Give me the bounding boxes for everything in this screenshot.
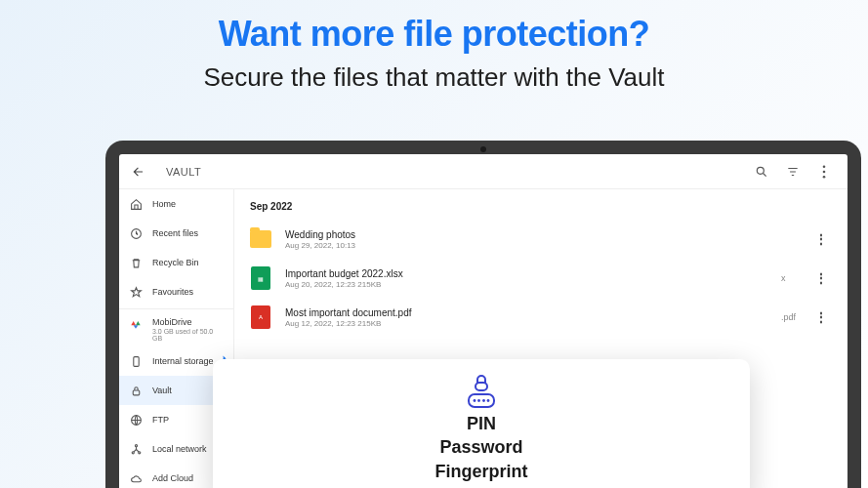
popup-line-password: Password — [232, 435, 730, 459]
file-meta: Aug 12, 2022, 12:23 215KB — [285, 319, 762, 328]
row-menu-button[interactable]: ⋮ — [810, 309, 832, 325]
svg-point-3 — [823, 175, 826, 178]
xls-icon: ▦ — [250, 265, 271, 291]
file-name: Wedding photos — [285, 229, 762, 240]
pdf-icon: A — [250, 305, 271, 330]
lock-icon — [129, 384, 143, 397]
svg-point-17 — [477, 399, 480, 402]
sidebar-item-label: FTP — [152, 415, 169, 425]
network-icon — [129, 442, 143, 456]
star-icon — [129, 285, 143, 299]
sort-button[interactable] — [781, 160, 805, 183]
svg-rect-14 — [475, 383, 487, 390]
svg-point-19 — [487, 399, 490, 402]
popup-line-fingerprint: Fingerprint — [232, 460, 730, 483]
trash-icon — [129, 256, 143, 269]
svg-point-1 — [823, 165, 826, 168]
more-vert-icon — [822, 165, 826, 179]
sidebar-item-label: Vault — [152, 386, 172, 395]
list-item[interactable]: A Most important document.pdf Aug 12, 20… — [250, 300, 832, 335]
phone-icon — [129, 354, 143, 368]
sidebar-item-recent[interactable]: Recent files — [119, 219, 233, 248]
sidebar-item-label: Recycle Bin — [152, 258, 199, 267]
row-menu-button[interactable]: ⋮ — [810, 270, 832, 286]
search-button[interactable] — [750, 160, 773, 183]
file-meta: Aug 20, 2022, 12:23 215KB — [285, 280, 762, 289]
cloud-icon — [129, 317, 143, 331]
folder-icon — [250, 226, 271, 252]
cloud-plus-icon — [129, 471, 143, 485]
sidebar-item-label: Recent files — [152, 228, 198, 238]
divider — [119, 308, 233, 309]
hero-title: Want more file protection? — [0, 14, 868, 55]
sidebar-item-label: Add Cloud — [152, 473, 193, 483]
camera-dot — [480, 146, 486, 152]
svg-point-18 — [482, 399, 485, 402]
lock-password-icon — [232, 373, 730, 410]
sidebar-item-mobidrive[interactable]: MobiDrive 3.0 GB used of 50.0 GB — [119, 311, 233, 346]
sidebar-item-home[interactable]: Home — [119, 189, 233, 219]
svg-point-0 — [757, 167, 764, 174]
sidebar-item-label: MobiDrive — [152, 317, 224, 327]
sidebar-item-sublabel: 3.0 GB used of 50.0 GB — [152, 328, 224, 342]
clock-icon — [129, 226, 143, 240]
svg-rect-15 — [469, 394, 494, 407]
sort-icon — [786, 165, 800, 179]
topbar: VAULT — [119, 154, 847, 189]
file-name: Most important document.pdf — [285, 307, 762, 318]
sidebar-item-recycle[interactable]: Recycle Bin — [119, 248, 233, 277]
file-ext: .pdf — [781, 312, 810, 322]
hero-subtitle: Secure the files that matter with the Va… — [0, 62, 868, 93]
back-button[interactable] — [131, 164, 146, 180]
search-icon — [755, 165, 768, 179]
sidebar-item-label: Local network — [152, 444, 207, 454]
list-item[interactable]: Wedding photos Aug 29, 2022, 10:13 ⋮ — [250, 222, 832, 257]
file-name: Important budget 2022.xlsx — [285, 268, 762, 279]
home-icon — [129, 197, 143, 211]
file-meta: Aug 29, 2022, 10:13 — [285, 241, 762, 250]
row-menu-button[interactable]: ⋮ — [810, 231, 832, 247]
sidebar-item-favourites[interactable]: Favourites — [119, 277, 233, 306]
svg-rect-6 — [133, 389, 140, 394]
sidebar-item-label: Home — [152, 199, 176, 209]
popup-line-pin: PIN — [232, 412, 730, 435]
svg-point-2 — [823, 170, 826, 173]
section-header: Sep 2022 — [250, 201, 832, 212]
security-popup: PIN Password Fingerprint — [213, 359, 750, 488]
more-button[interactable] — [812, 160, 836, 183]
sidebar-item-label: Internal storage — [152, 356, 214, 366]
arrow-left-icon — [132, 165, 145, 179]
sidebar-item-label: Favourites — [152, 287, 193, 297]
list-item[interactable]: ▦ Important budget 2022.xlsx Aug 20, 202… — [250, 261, 832, 296]
globe-icon — [129, 413, 143, 427]
svg-rect-5 — [133, 356, 138, 366]
breadcrumb: VAULT — [166, 166, 201, 178]
file-ext: x — [781, 273, 810, 283]
svg-point-16 — [474, 399, 476, 402]
svg-point-8 — [135, 444, 137, 446]
